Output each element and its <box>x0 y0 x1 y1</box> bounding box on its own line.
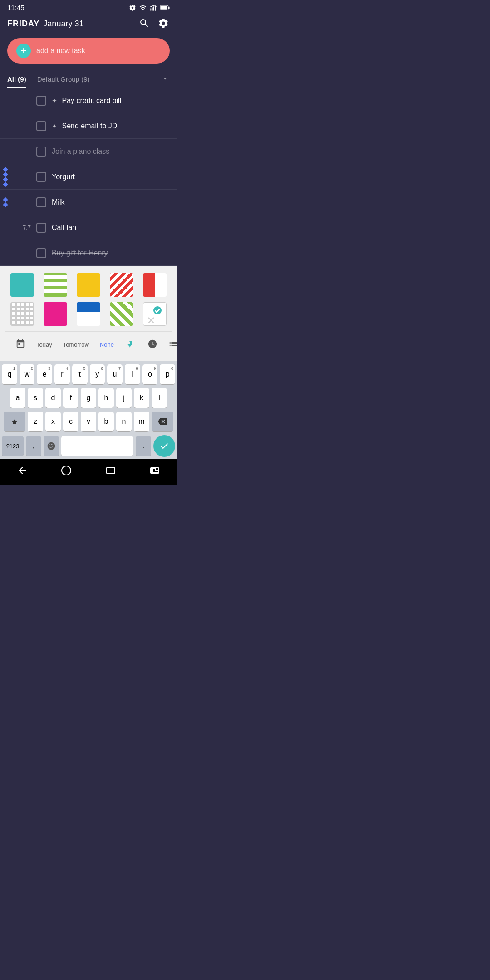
task-title-6: Call Ian <box>52 224 76 231</box>
task-checkbox-4[interactable] <box>36 172 46 182</box>
key-h[interactable]: h <box>98 388 114 408</box>
task-item[interactable]: Milk <box>0 190 177 215</box>
nav-recents-icon <box>105 465 116 476</box>
key-n[interactable]: n <box>116 412 132 431</box>
task-title-7: Buy gift for Henry <box>52 249 108 257</box>
key-space[interactable] <box>61 436 133 456</box>
key-r[interactable]: 4r <box>54 364 70 384</box>
swatch-diag[interactable] <box>110 302 133 326</box>
swatch-yellow[interactable] <box>77 273 100 297</box>
nav-back-button[interactable] <box>8 463 37 479</box>
key-z[interactable]: z <box>28 412 43 431</box>
status-icons <box>129 4 170 11</box>
key-y[interactable]: 6y <box>90 364 105 384</box>
task-checkbox-2[interactable] <box>36 121 46 131</box>
key-k[interactable]: k <box>134 388 149 408</box>
key-m[interactable]: m <box>134 412 149 431</box>
today-button[interactable]: Today <box>32 338 57 351</box>
key-shift[interactable] <box>4 412 25 431</box>
subtask-button[interactable] <box>164 336 177 353</box>
key-f[interactable]: f <box>63 388 78 408</box>
nav-recents-button[interactable] <box>96 463 125 479</box>
today-label: Today <box>36 341 52 348</box>
key-period[interactable]: . <box>136 436 151 456</box>
reminder-button[interactable] <box>143 336 162 353</box>
task-title-5: Milk <box>52 198 64 206</box>
key-l[interactable]: l <box>152 388 167 408</box>
task-checkbox-6[interactable] <box>36 223 46 233</box>
nav-keyboard-button[interactable] <box>140 463 169 479</box>
task-item[interactable]: ✦ Pay credit card bill <box>0 88 177 113</box>
key-s[interactable]: s <box>28 388 43 408</box>
key-c[interactable]: c <box>63 412 78 431</box>
tab-expand-icon[interactable] <box>161 74 170 85</box>
task-checkbox-1[interactable] <box>36 96 46 106</box>
task-item[interactable]: ✦ Send email to JD <box>0 113 177 139</box>
swatches-row-2 <box>5 302 172 326</box>
key-x[interactable]: x <box>45 412 61 431</box>
task-number-6: 7.7 <box>23 224 31 231</box>
task-checkbox-3[interactable] <box>36 147 46 157</box>
header-day: FRIDAY <box>7 19 39 29</box>
key-o[interactable]: 9o <box>142 364 158 384</box>
clock-icon <box>147 339 157 349</box>
swatch-teal[interactable] <box>10 273 34 297</box>
swatch-green-stripes[interactable] <box>44 273 67 297</box>
pin-action-button[interactable] <box>122 336 141 353</box>
settings-button[interactable] <box>157 17 170 31</box>
swatch-done[interactable] <box>143 302 167 326</box>
key-comma[interactable]: , <box>26 436 41 456</box>
key-emoji[interactable] <box>44 436 59 456</box>
key-i[interactable]: 8i <box>125 364 140 384</box>
none-button[interactable]: None <box>95 338 118 351</box>
signal-icon <box>150 4 157 11</box>
key-w[interactable]: 2w <box>20 364 35 384</box>
task-item[interactable]: Buy gift for Henry <box>0 240 177 266</box>
key-e[interactable]: 3e <box>37 364 52 384</box>
search-icon <box>139 18 150 29</box>
settings-icon <box>158 18 169 29</box>
task-title-2: Send email to JD <box>62 122 117 130</box>
swatch-blue-m[interactable] <box>77 302 100 326</box>
status-bar: 11:45 <box>0 0 177 14</box>
keyboard-send-button[interactable] <box>153 435 175 457</box>
key-g[interactable]: g <box>81 388 96 408</box>
none-label: None <box>100 341 114 348</box>
key-a[interactable]: a <box>10 388 25 408</box>
key-symbols[interactable]: ?123 <box>2 436 24 456</box>
key-d[interactable]: d <box>45 388 61 408</box>
task-item[interactable]: Yorgurt <box>0 164 177 190</box>
settings-status-icon <box>129 4 136 11</box>
add-task-input[interactable] <box>36 47 161 55</box>
task-item[interactable]: 7.7 Call Ian <box>0 215 177 240</box>
tab-all[interactable]: All (9) <box>7 71 26 88</box>
key-t[interactable]: 5t <box>72 364 88 384</box>
task-checkbox-5[interactable] <box>36 197 46 207</box>
swatch-red-bar[interactable] <box>143 273 167 297</box>
key-backspace[interactable] <box>152 412 173 431</box>
calendar-button[interactable] <box>11 336 30 353</box>
toolbar-section: Today Tomorrow None <box>0 266 177 361</box>
key-q[interactable]: 1q <box>2 364 17 384</box>
key-v[interactable]: v <box>81 412 96 431</box>
task-item[interactable]: Join a piano class <box>0 139 177 164</box>
tomorrow-label: Tomorrow <box>63 341 89 348</box>
task-checkbox-7[interactable] <box>36 248 46 258</box>
key-u[interactable]: 7u <box>107 364 122 384</box>
nav-home-button[interactable] <box>52 463 81 479</box>
swatch-pink[interactable] <box>44 302 67 326</box>
action-bar: Today Tomorrow None <box>5 331 172 357</box>
key-p[interactable]: 0p <box>160 364 175 384</box>
key-b[interactable]: b <box>98 412 114 431</box>
search-button[interactable] <box>138 17 151 31</box>
tab-default-group[interactable]: Default Group (9) <box>37 71 90 88</box>
add-task-bar[interactable]: + <box>7 38 170 64</box>
task-content-5: Milk <box>48 193 177 212</box>
key-j[interactable]: j <box>116 388 132 408</box>
swatch-red-check[interactable] <box>110 273 133 297</box>
swatches-row-1 <box>5 273 172 297</box>
tomorrow-button[interactable]: Tomorrow <box>59 338 93 351</box>
task-list: ✦ Pay credit card bill ✦ Send email to J… <box>0 88 177 266</box>
task-content-2: ✦ Send email to JD <box>48 117 177 136</box>
swatch-dotted[interactable] <box>10 302 34 326</box>
